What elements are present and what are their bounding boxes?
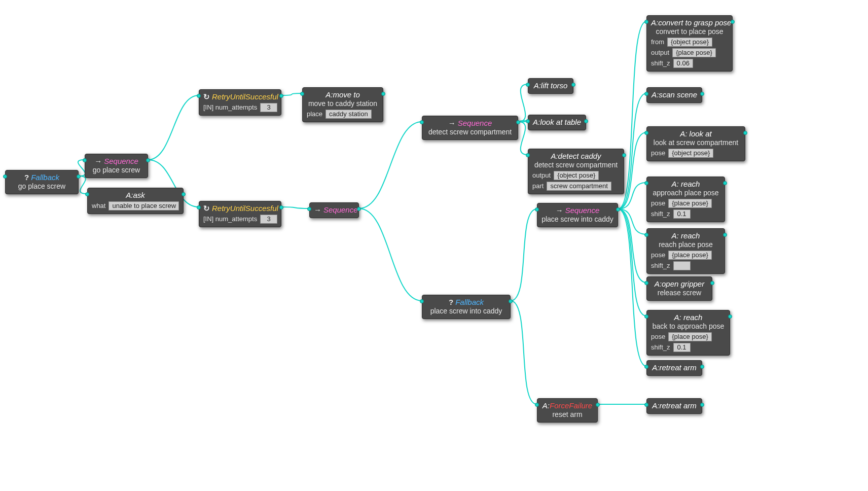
bt-node-seq_place[interactable]: →Sequenceplace screw into caddy bbox=[537, 203, 618, 227]
port-out[interactable] bbox=[146, 158, 150, 162]
port-out[interactable] bbox=[700, 365, 704, 369]
edge bbox=[79, 176, 87, 194]
node-subtitle: go place screw bbox=[89, 166, 143, 174]
param-field[interactable]: {object pose} bbox=[667, 38, 712, 47]
param-field[interactable]: {object pose} bbox=[554, 171, 599, 180]
port-out[interactable] bbox=[571, 83, 575, 87]
port-in[interactable] bbox=[3, 174, 7, 179]
bt-node-reach_back[interactable]: A: reachback to approach posepose{place … bbox=[646, 310, 730, 356]
port-in[interactable] bbox=[83, 158, 87, 162]
port-in[interactable] bbox=[644, 365, 648, 369]
node-title: A:look at table bbox=[533, 118, 581, 126]
port-out[interactable] bbox=[731, 20, 735, 24]
param-label: output bbox=[532, 171, 551, 180]
bt-node-retry2[interactable]: ↻RetryUntilSuccesful[IN] num_attempts3 bbox=[199, 201, 281, 227]
port-in[interactable] bbox=[535, 403, 539, 407]
port-in[interactable] bbox=[644, 131, 648, 135]
port-in[interactable] bbox=[644, 181, 648, 185]
bt-node-lift_torso[interactable]: A:lift torso bbox=[528, 78, 573, 94]
port-out[interactable] bbox=[279, 205, 283, 209]
port-in[interactable] bbox=[307, 207, 311, 211]
param-label: from bbox=[651, 38, 664, 46]
port-out[interactable] bbox=[357, 207, 361, 211]
port-out[interactable] bbox=[622, 153, 626, 157]
port-out[interactable] bbox=[700, 403, 704, 407]
port-out[interactable] bbox=[77, 174, 81, 179]
param-field[interactable]: 3 bbox=[260, 215, 277, 224]
param-field[interactable]: 0.1 bbox=[673, 209, 691, 219]
port-in[interactable] bbox=[535, 207, 539, 212]
param-field[interactable]: {object pose} bbox=[668, 149, 713, 158]
port-out[interactable] bbox=[700, 92, 704, 96]
param-field[interactable]: caddy station bbox=[326, 110, 372, 119]
param-field[interactable]: {place pose} bbox=[672, 48, 716, 57]
port-out[interactable] bbox=[723, 181, 727, 185]
port-in[interactable] bbox=[420, 120, 424, 124]
port-in[interactable] bbox=[526, 83, 530, 87]
bt-node-open_grip[interactable]: A:open gripperrelease screw bbox=[646, 276, 712, 301]
bt-node-scan_scene[interactable]: A:scan scene bbox=[646, 87, 702, 103]
port-in[interactable] bbox=[644, 92, 648, 96]
port-out[interactable] bbox=[596, 403, 600, 407]
edge bbox=[148, 95, 199, 160]
param-field[interactable]: unable to place screw bbox=[108, 201, 179, 211]
bt-node-seq_mid[interactable]: →Sequence bbox=[309, 202, 359, 218]
bt-node-ask[interactable]: A:askwhatunable to place screw bbox=[87, 188, 184, 214]
param-field[interactable] bbox=[673, 261, 691, 270]
param-field[interactable]: {place pose} bbox=[668, 199, 712, 208]
param-field[interactable]: {place pose} bbox=[668, 251, 712, 260]
param-field[interactable]: {place pose} bbox=[668, 332, 712, 341]
bt-node-retry1[interactable]: ↻RetryUntilSuccesful[IN] num_attempts3 bbox=[199, 89, 281, 116]
node-param: placecaddy station bbox=[307, 110, 379, 119]
port-out[interactable] bbox=[279, 94, 283, 98]
port-out[interactable] bbox=[616, 207, 620, 212]
port-out[interactable] bbox=[728, 314, 732, 319]
node-subtitle: reach place pose bbox=[651, 240, 720, 249]
bt-node-look_table[interactable]: A:look at table bbox=[528, 115, 586, 130]
port-in[interactable] bbox=[197, 94, 201, 98]
port-in[interactable] bbox=[420, 299, 424, 303]
port-in[interactable] bbox=[526, 153, 530, 157]
port-out[interactable] bbox=[381, 92, 385, 96]
port-out[interactable] bbox=[182, 192, 186, 196]
port-out[interactable] bbox=[509, 299, 513, 303]
port-in[interactable] bbox=[526, 119, 530, 123]
bt-node-force_fail[interactable]: A:ForceFailurereset arm bbox=[537, 398, 598, 423]
node-title: Sequence bbox=[458, 119, 492, 127]
port-in[interactable] bbox=[644, 20, 648, 24]
bt-node-seq_detect[interactable]: →Sequencedetect screw compartment bbox=[422, 116, 518, 140]
param-label: what bbox=[92, 202, 105, 210]
bt-node-look_at[interactable]: A: look atlook at screw compartmentpose{… bbox=[646, 126, 745, 161]
bt-node-moveto[interactable]: A:move tomove to caddy stationplacecaddy… bbox=[302, 87, 383, 122]
bt-node-seq_go_place[interactable]: →Sequencego place screw bbox=[85, 154, 148, 178]
port-in[interactable] bbox=[644, 314, 648, 319]
param-field[interactable]: 0.1 bbox=[673, 343, 691, 352]
port-out[interactable] bbox=[584, 119, 588, 123]
port-in[interactable] bbox=[644, 233, 648, 237]
node-subtitle: place screw into caddy bbox=[426, 307, 506, 315]
port-in[interactable] bbox=[644, 281, 648, 285]
port-in[interactable] bbox=[197, 205, 201, 209]
node-subtitle: go place screw bbox=[10, 182, 74, 191]
bt-node-fallback_place[interactable]: ?Fallbackplace screw into caddy bbox=[422, 295, 511, 319]
bt-node-convert_grasp[interactable]: A:convert to grasp poseconvert to place … bbox=[646, 15, 733, 72]
port-in[interactable] bbox=[644, 403, 648, 407]
port-in[interactable] bbox=[85, 192, 89, 196]
node-subtitle: place screw into caddy bbox=[541, 215, 613, 224]
bt-node-retreat1[interactable]: A:retreat arm bbox=[646, 360, 702, 376]
bt-node-detect_caddy[interactable]: A:detect caddydetect screw compartmentou… bbox=[528, 149, 624, 194]
node-subtitle: detect screw compartment bbox=[426, 128, 514, 136]
node-subtitle: back to approach pose bbox=[651, 322, 726, 331]
bt-node-retreat2[interactable]: A:retreat arm bbox=[646, 398, 702, 414]
param-field[interactable]: 0.06 bbox=[673, 59, 693, 68]
bt-node-reach_place[interactable]: A: reachreach place posepose{place pose}… bbox=[646, 228, 725, 274]
port-out[interactable] bbox=[743, 131, 747, 135]
bt-node-fallback_root[interactable]: ?Fallbackgo place screw bbox=[5, 170, 79, 194]
param-field[interactable]: screw compartment bbox=[547, 182, 611, 191]
port-out[interactable] bbox=[710, 281, 714, 285]
param-field[interactable]: 3 bbox=[260, 103, 277, 112]
bt-node-reach_approach[interactable]: A: reachapproach place posepose{place po… bbox=[646, 177, 725, 222]
port-out[interactable] bbox=[516, 120, 520, 124]
port-in[interactable] bbox=[300, 92, 304, 96]
port-out[interactable] bbox=[723, 233, 727, 237]
